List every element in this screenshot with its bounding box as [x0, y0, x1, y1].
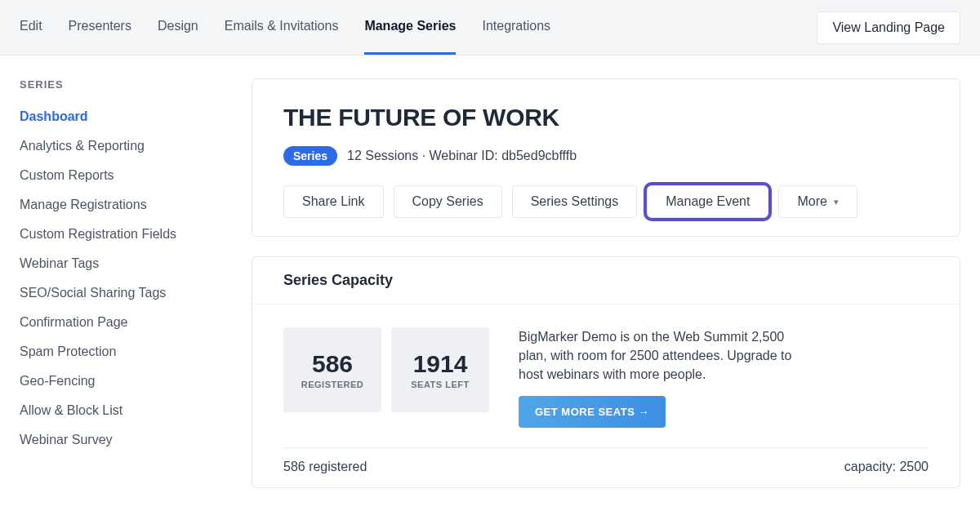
capacity-description: BigMarker Demo is on the Web Summit 2,50… — [519, 327, 796, 384]
capacity-footer-left: 586 registered — [283, 460, 367, 474]
stat-registered: 586 REGISTERED — [283, 327, 381, 412]
view-landing-page-button[interactable]: View Landing Page — [817, 11, 960, 44]
sidebar-item-analytics[interactable]: Analytics & Reporting — [20, 131, 225, 161]
capacity-footer: 586 registered capacity: 2500 — [283, 460, 929, 474]
sidebar-item-custom-reports[interactable]: Custom Reports — [20, 161, 225, 190]
stat-seats-value: 1914 — [413, 350, 468, 378]
tab-design[interactable]: Design — [158, 0, 198, 55]
sidebar-item-allow-block[interactable]: Allow & Block List — [20, 396, 225, 425]
stat-registered-label: REGISTERED — [301, 380, 364, 389]
event-meta-row: Series 12 Sessions · Webinar ID: db5ed9c… — [283, 146, 929, 166]
capacity-description-block: BigMarker Demo is on the Web Summit 2,50… — [519, 327, 796, 428]
capacity-header: Series Capacity — [252, 257, 960, 304]
sidebar-item-confirmation-page[interactable]: Confirmation Page — [20, 308, 225, 337]
more-button-label: More — [797, 194, 826, 209]
divider — [283, 447, 929, 448]
event-title: THE FUTURE OF WORK — [283, 104, 929, 131]
sidebar-heading: SERIES — [20, 78, 225, 91]
stat-seats-left: 1914 SEATS LEFT — [391, 327, 489, 412]
stats-row: 586 REGISTERED 1914 SEATS LEFT BigMarker… — [283, 327, 929, 428]
sidebar-item-manage-registrations[interactable]: Manage Registrations — [20, 190, 225, 220]
sidebar: SERIES Dashboard Analytics & Reporting C… — [20, 78, 225, 488]
topbar-tabs: Edit Presenters Design Emails & Invitati… — [20, 0, 550, 55]
event-meta-text: 12 Sessions · Webinar ID: db5ed9cbfffb — [347, 149, 577, 163]
capacity-card: Series Capacity 586 REGISTERED 1914 SEAT… — [252, 256, 960, 488]
series-badge: Series — [283, 146, 337, 166]
stat-registered-value: 586 — [312, 350, 353, 378]
sidebar-item-webinar-survey[interactable]: Webinar Survey — [20, 425, 225, 455]
tab-emails-invitations[interactable]: Emails & Invitations — [225, 0, 339, 55]
sidebar-item-seo-social[interactable]: SEO/Social Sharing Tags — [20, 278, 225, 308]
capacity-body: 586 REGISTERED 1914 SEATS LEFT BigMarker… — [252, 304, 960, 487]
capacity-title: Series Capacity — [283, 272, 929, 289]
share-link-button[interactable]: Share Link — [283, 185, 384, 218]
manage-event-button[interactable]: Manage Event — [647, 185, 768, 218]
more-button[interactable]: More ▾ — [778, 185, 857, 218]
layout: SERIES Dashboard Analytics & Reporting C… — [0, 56, 980, 488]
tab-edit[interactable]: Edit — [20, 0, 42, 55]
sidebar-item-custom-registration-fields[interactable]: Custom Registration Fields — [20, 220, 225, 249]
event-header-card: THE FUTURE OF WORK Series 12 Sessions · … — [252, 78, 960, 237]
topbar: Edit Presenters Design Emails & Invitati… — [0, 0, 980, 56]
main-content: THE FUTURE OF WORK Series 12 Sessions · … — [252, 78, 960, 488]
series-settings-button[interactable]: Series Settings — [512, 185, 638, 218]
sidebar-item-geo-fencing[interactable]: Geo-Fencing — [20, 367, 225, 396]
sidebar-item-spam-protection[interactable]: Spam Protection — [20, 337, 225, 367]
copy-series-button[interactable]: Copy Series — [394, 185, 502, 218]
tab-manage-series[interactable]: Manage Series — [364, 0, 456, 55]
sidebar-item-webinar-tags[interactable]: Webinar Tags — [20, 249, 225, 278]
stat-seats-label: SEATS LEFT — [411, 380, 469, 389]
capacity-footer-right: capacity: 2500 — [844, 460, 929, 474]
action-row: Share Link Copy Series Series Settings M… — [283, 185, 929, 218]
sidebar-item-dashboard[interactable]: Dashboard — [20, 102, 225, 131]
chevron-down-icon: ▾ — [834, 197, 839, 207]
get-more-seats-button[interactable]: GET MORE SEATS → — [519, 396, 666, 428]
tab-integrations[interactable]: Integrations — [482, 0, 550, 55]
tab-presenters[interactable]: Presenters — [69, 0, 131, 55]
